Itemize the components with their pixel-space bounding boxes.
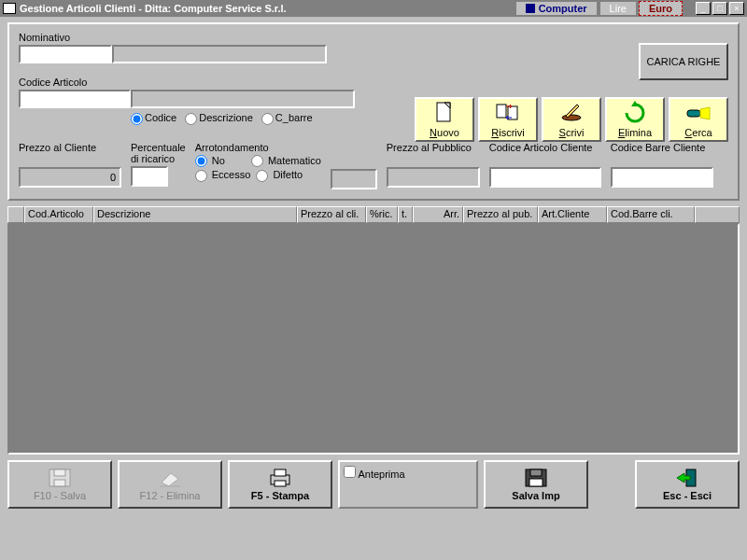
nominativo-label: Nominativo	[19, 32, 728, 43]
codice-articolo-desc-display	[131, 90, 355, 108]
grid-body[interactable]	[7, 223, 740, 455]
arrotondamento-label: Arrotondamento	[195, 142, 321, 153]
arrot-matematico[interactable]: Matematico	[251, 155, 321, 168]
nuovo-button[interactable]: Nuovo	[415, 97, 474, 142]
grid-header-row: Cod.Articolo Descrizione Prezzo al cli. …	[7, 206, 740, 223]
codice-articolo-code-input[interactable]	[21, 91, 129, 106]
system-menu-icon[interactable]	[3, 3, 16, 14]
minimize-button[interactable]: _	[696, 2, 711, 15]
flashlight-icon	[685, 101, 712, 125]
nominativo-code-input-wrap	[19, 45, 112, 63]
cod-barre-cliente-input[interactable]	[613, 169, 712, 186]
write-icon	[558, 101, 585, 125]
percentuale-label: Percentuale di ricarico	[131, 142, 186, 164]
svg-rect-9	[54, 469, 65, 476]
anteprima-checkbox[interactable]: Anteprima	[344, 469, 405, 480]
grid-header-codbarrecli[interactable]: Cod.Barre cli.	[607, 206, 695, 223]
radio-cbarre[interactable]: C_barre	[261, 112, 313, 123]
codice-articolo-label: Codice Articolo	[19, 77, 728, 88]
scrivi-button[interactable]: Scrivi	[542, 97, 601, 142]
arrot-no[interactable]: No	[195, 155, 225, 168]
grid-header-prezzocli[interactable]: Prezzo al cli.	[297, 206, 366, 223]
window-body: Nominativo CARICA RIGHE Codice Articolo	[0, 17, 747, 560]
svg-point-4	[562, 115, 581, 120]
cod-barre-cliente-label: Codice Barre Cliente	[611, 142, 713, 153]
elimina-button[interactable]: Elimina	[605, 97, 665, 142]
bottom-toolbar: F10 - Salva F12 - Elimina F5 - Stampa An…	[7, 460, 740, 511]
top-panel: Nominativo CARICA RIGHE Codice Articolo	[7, 22, 740, 201]
svg-rect-17	[530, 469, 542, 476]
tab-euro[interactable]: Euro	[639, 1, 683, 16]
f5-stampa-button[interactable]: F5 - Stampa	[228, 460, 332, 509]
nominativo-name-display	[112, 45, 327, 63]
new-document-icon	[431, 101, 458, 125]
prezzo-pubblico-value	[387, 167, 480, 188]
recycle-icon	[622, 101, 648, 125]
esc-esci-button[interactable]: Esc - Esci	[635, 460, 740, 509]
radio-descrizione[interactable]: Descrizione	[185, 112, 252, 123]
anteprima-panel: Anteprima	[338, 460, 478, 509]
floppy-disk-icon	[522, 468, 550, 488]
floppy-save-icon	[46, 468, 74, 488]
exit-door-icon	[673, 468, 701, 488]
tab-computer[interactable]: Computer	[515, 1, 598, 16]
f12-elimina-button[interactable]: F12 - Elimina	[118, 460, 222, 509]
maximize-button[interactable]: □	[712, 2, 727, 15]
prezzo-cliente-label: Prezzo al Cliente	[19, 142, 121, 153]
svg-rect-6	[687, 110, 700, 117]
tab-lire[interactable]: Lire	[599, 1, 637, 16]
cod-articolo-cliente-input-wrap	[489, 167, 601, 188]
action-toolbar: Nuovo Riscrivi Scrivi Elimina Cerca	[415, 97, 728, 142]
svg-marker-7	[700, 107, 710, 119]
cod-barre-cliente-input-wrap	[611, 167, 713, 188]
prezzo-cliente-value: 0	[19, 167, 121, 188]
titlebar: Gestione Articoli Clienti - Ditta: Compu…	[0, 0, 747, 17]
rewrite-icon	[495, 101, 521, 125]
eraser-icon	[156, 468, 184, 488]
carica-righe-button[interactable]: CARICA RIGHE	[639, 43, 728, 80]
arrot-value-display	[331, 169, 377, 189]
grid-header-spacer	[695, 206, 740, 223]
pricing-fields: Prezzo al Cliente 0 Percentuale di ricar…	[19, 142, 728, 189]
grid-header-artcliente[interactable]: Art.Cliente	[538, 206, 607, 223]
percentuale-input-wrap	[131, 166, 168, 187]
data-grid: Cod.Articolo Descrizione Prezzo al cli. …	[7, 206, 740, 455]
f10-salva-button[interactable]: F10 - Salva	[7, 460, 112, 509]
cod-articolo-cliente-label: Codice Articolo Cliente	[489, 142, 601, 153]
salva-imp-button[interactable]: Salva Imp	[484, 460, 588, 509]
prezzo-pubblico-label: Prezzo al Pubblico	[387, 142, 480, 153]
grid-header-descrizione[interactable]: Descrizione	[93, 206, 297, 223]
grid-header-t[interactable]: t.	[398, 206, 413, 223]
radio-codice[interactable]: Codice	[131, 112, 176, 123]
svg-rect-14	[275, 469, 286, 476]
arrot-eccesso[interactable]: Eccesso	[195, 169, 251, 182]
arrot-difetto[interactable]: Difetto	[256, 169, 303, 182]
svg-rect-10	[54, 480, 65, 486]
svg-rect-2	[497, 105, 506, 118]
printer-icon	[266, 468, 294, 488]
cerca-button[interactable]: Cerca	[669, 97, 728, 142]
grid-header-codarticolo[interactable]: Cod.Articolo	[24, 206, 93, 223]
svg-rect-15	[275, 481, 286, 486]
svg-marker-11	[162, 473, 178, 486]
grid-header-arr[interactable]: Arr.	[413, 206, 463, 223]
svg-rect-18	[529, 479, 543, 486]
nominativo-code-input[interactable]	[21, 47, 110, 62]
percentuale-input[interactable]	[133, 168, 166, 185]
codice-articolo-code-input-wrap	[19, 90, 131, 108]
window-title: Gestione Articoli Clienti - Ditta: Compu…	[20, 3, 287, 14]
grid-header-rowselector[interactable]	[7, 206, 24, 223]
close-button[interactable]: ×	[729, 2, 744, 15]
cod-articolo-cliente-input[interactable]	[491, 169, 599, 186]
grid-header-prezzopub[interactable]: Prezzo al pub.	[463, 206, 538, 223]
grid-header-percric[interactable]: %ric.	[366, 206, 398, 223]
riscrivi-button[interactable]: Riscrivi	[478, 97, 538, 142]
